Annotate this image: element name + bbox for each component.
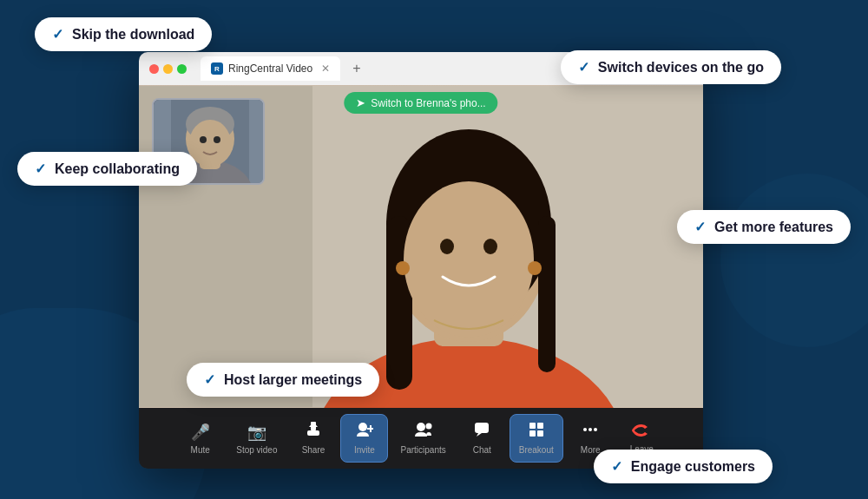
- check-icon-skip: ✓: [52, 26, 63, 43]
- chat-icon: [474, 422, 490, 442]
- svg-point-7: [404, 181, 534, 338]
- more-icon: [582, 422, 598, 442]
- chat-button[interactable]: Chat: [458, 415, 506, 462]
- dot-minimize[interactable]: [163, 64, 173, 74]
- callout-keep-text: Keep collaborating: [55, 161, 180, 177]
- breakout-button[interactable]: Breakout: [510, 414, 563, 463]
- svg-rect-30: [475, 423, 489, 433]
- browser-tab[interactable]: R RingCentral Video ✕: [201, 56, 340, 81]
- invite-icon: [356, 422, 373, 442]
- svg-point-29: [425, 423, 431, 430]
- switch-banner-text: Switch to Brenna's pho...: [371, 97, 485, 109]
- breakout-label: Breakout: [519, 445, 554, 455]
- svg-point-38: [594, 428, 597, 431]
- share-button[interactable]: Share: [289, 415, 337, 462]
- switch-banner[interactable]: ➤ Switch to Brenna's pho...: [344, 92, 497, 114]
- callout-host: ✓ Host larger meetings: [187, 363, 379, 397]
- more-label: More: [581, 445, 601, 455]
- callout-switch: ✓ Switch devices on the go: [561, 50, 781, 84]
- tab-title: RingCentral Video: [228, 62, 312, 75]
- switch-arrow-icon: ➤: [356, 96, 365, 109]
- invite-button[interactable]: Invite: [340, 414, 388, 463]
- svg-rect-6: [538, 216, 556, 372]
- check-icon-host: ✓: [204, 371, 215, 388]
- tab-close-icon[interactable]: ✕: [321, 62, 330, 75]
- svg-marker-23: [309, 422, 318, 427]
- svg-rect-35: [537, 430, 543, 437]
- svg-point-9: [483, 239, 497, 254]
- svg-point-20: [200, 136, 207, 143]
- invite-label: Invite: [354, 445, 375, 455]
- callout-skip: ✓ Skip the download: [35, 17, 212, 51]
- chat-label: Chat: [473, 445, 491, 455]
- check-icon-keep: ✓: [35, 161, 46, 177]
- svg-rect-24: [307, 430, 319, 436]
- svg-point-11: [528, 261, 542, 275]
- mute-icon: 🎤: [191, 423, 210, 442]
- callout-switch-text: Switch devices on the go: [598, 60, 764, 76]
- svg-point-10: [396, 261, 410, 275]
- dot-close[interactable]: [149, 64, 159, 74]
- svg-point-21: [214, 136, 220, 143]
- breakout-icon: [529, 422, 544, 442]
- svg-point-19: [189, 120, 231, 167]
- participants-button[interactable]: Participants: [391, 415, 454, 462]
- tab-favicon: R: [211, 62, 223, 75]
- participants-icon: [414, 422, 433, 442]
- callout-host-text: Host larger meetings: [224, 372, 362, 388]
- svg-marker-31: [477, 433, 482, 437]
- svg-point-37: [589, 428, 592, 431]
- mute-label: Mute: [191, 445, 210, 455]
- callout-keep: ✓ Keep collaborating: [17, 152, 197, 186]
- callout-engage-text: Engage customers: [631, 459, 755, 475]
- check-icon-features: ✓: [694, 219, 706, 235]
- stop-video-icon: 📷: [247, 423, 266, 442]
- svg-rect-32: [529, 423, 536, 429]
- new-tab-icon[interactable]: +: [352, 61, 360, 76]
- callout-features-text: Get more features: [714, 220, 833, 235]
- stop-video-label: Stop video: [236, 445, 277, 455]
- svg-point-36: [583, 428, 587, 431]
- svg-rect-33: [537, 423, 543, 429]
- stop-video-button[interactable]: 📷 Stop video: [227, 416, 286, 462]
- browser-dots: [149, 64, 187, 74]
- video-area: ➤ Switch to Brenna's pho...: [139, 85, 703, 408]
- svg-point-25: [358, 423, 367, 431]
- check-icon-engage: ✓: [611, 458, 622, 475]
- dot-maximize[interactable]: [177, 64, 187, 74]
- svg-rect-34: [529, 430, 536, 437]
- callout-engage: ✓ Engage customers: [594, 450, 773, 483]
- svg-point-28: [417, 423, 425, 431]
- svg-point-8: [440, 239, 454, 254]
- leave-icon: [632, 423, 651, 441]
- bg-decoration-2: [720, 174, 868, 347]
- share-icon: [306, 422, 321, 442]
- callout-features: ✓ Get more features: [677, 210, 851, 244]
- share-label: Share: [302, 445, 326, 455]
- participants-label: Participants: [400, 445, 445, 455]
- callout-skip-text: Skip the download: [72, 27, 194, 43]
- mute-button[interactable]: 🎤 Mute: [176, 416, 224, 462]
- check-icon-switch: ✓: [578, 59, 589, 76]
- browser-window: R RingCentral Video ✕ +: [139, 52, 703, 469]
